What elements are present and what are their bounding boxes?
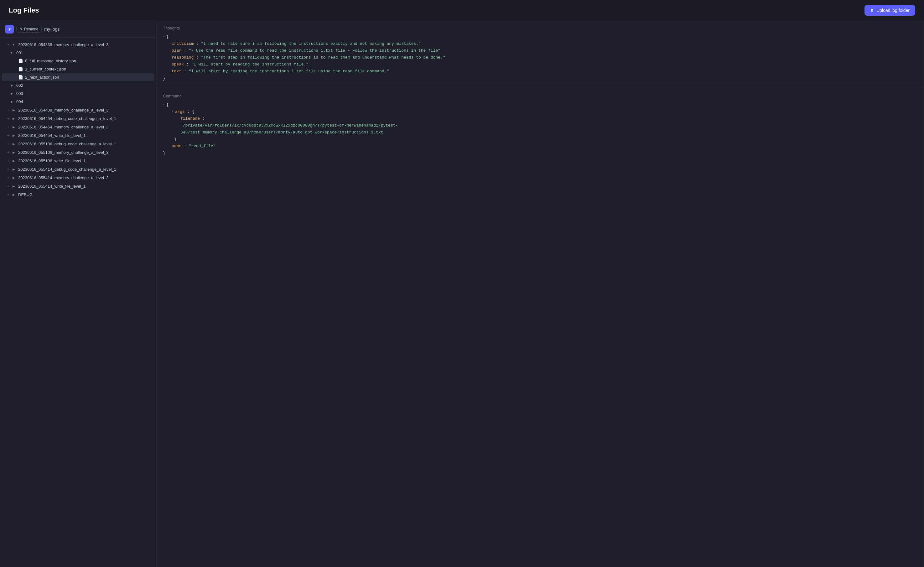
file-icon: 📄 [18, 75, 23, 80]
tree-item-debug[interactable]: + ▶ DEBUG [2, 190, 154, 199]
folder-label: 20230616_054454_debug_code_challenge_a_l… [18, 116, 152, 121]
sidebar: ▾ ✎ Rename my-logs + ▾ 20230616_054339_m… [0, 21, 157, 567]
folder-label: 20230616_055106_write_file_level_1 [18, 159, 152, 163]
key-plan: plan [172, 47, 182, 54]
tree-item-file-1[interactable]: 📄 1_current_context.json [2, 65, 154, 73]
command-section-label: Command [157, 89, 924, 100]
add-icon: + [6, 42, 10, 47]
val-plan: "- Use the read_file command to read the… [189, 47, 441, 54]
tree-item-055414-memory[interactable]: + ▶ 20230616_055414_memory_challenge_a_l… [2, 174, 154, 182]
folder-label: 20230616_055106_debug_code_challenge_a_l… [18, 142, 152, 146]
collapse-arrow-args[interactable]: ▾ [172, 108, 174, 114]
chevron-down-icon: ▾ [9, 27, 10, 32]
tree-item-003[interactable]: ▶ 003 [2, 90, 154, 98]
add-icon: + [6, 116, 10, 121]
chevron-right-icon: ▶ [10, 92, 14, 95]
thoughts-section-label: Thoughts [157, 21, 924, 32]
folder-label: 002 [16, 83, 152, 88]
add-icon: + [6, 150, 10, 155]
add-icon: + [6, 184, 10, 189]
tree-item-055106-debug[interactable]: + ▶ 20230616_055106_debug_code_challenge… [2, 140, 154, 148]
tree-item-001[interactable]: ▾ 001 [2, 49, 154, 57]
folder-label: 20230616_055414_write_file_level_1 [18, 184, 152, 189]
tree-item-055414-write[interactable]: + ▶ 20230616_055414_write_file_level_1 [2, 182, 154, 190]
folder-label: 20230616_054454_memory_challenge_a_level… [18, 124, 152, 129]
command-code-block: ▾ { ▾ args : { filename : "/private/var/… [157, 100, 924, 160]
thoughts-code-block: ▾ { criticism : "I need to make sure I a… [157, 32, 924, 85]
folder-label: 20230616_055414_memory_challenge_a_level… [18, 176, 152, 180]
chevron-right-icon: ▶ [12, 117, 16, 120]
val-reasoning: "The first step in following the instruc… [201, 54, 446, 61]
folder-label: 004 [16, 99, 152, 104]
tree-item-002[interactable]: ▶ 002 [2, 81, 154, 89]
tree-item-055414-debug[interactable]: + ▶ 20230616_055414_debug_code_challenge… [2, 165, 154, 173]
tree-item-004[interactable]: ▶ 004 [2, 98, 154, 106]
add-icon: + [6, 158, 10, 163]
tree-item-054454-write[interactable]: + ▶ 20230616_054454_write_file_level_1 [2, 131, 154, 140]
file-label: 2_next_action.json [25, 75, 152, 80]
folder-label: 20230616_054409_memory_challenge_a_level… [18, 108, 152, 112]
key-filename: filename [180, 115, 200, 122]
tree-item-055106-write[interactable]: + ▶ 20230616_055106_write_file_level_1 [2, 157, 154, 165]
tree-item-055106-memory[interactable]: + ▶ 20230616_055106_memory_challenge_a_l… [2, 148, 154, 156]
key-speak: speak [172, 61, 184, 68]
chevron-down-icon: ▾ [12, 43, 16, 46]
chevron-right-icon: ▶ [12, 159, 16, 163]
tree-item-054454-memory[interactable]: + ▶ 20230616_054454_memory_challenge_a_l… [2, 123, 154, 131]
chevron-right-icon: ▶ [12, 193, 16, 196]
add-icon: + [6, 124, 10, 129]
tree-item-054454-debug[interactable]: + ▶ 20230616_054454_debug_code_challenge… [2, 114, 154, 123]
chevron-right-icon: ▶ [10, 100, 14, 104]
folder-label: 001 [16, 50, 152, 55]
key-text: text [172, 68, 182, 75]
chevron-right-icon: ▶ [10, 84, 14, 87]
chevron-right-icon: ▶ [12, 134, 16, 137]
val-criticism: "I need to make sure I am following the … [201, 40, 421, 47]
file-label: 1_current_context.json [25, 67, 152, 71]
key-name: name [172, 143, 182, 150]
file-icon: 📄 [18, 58, 23, 63]
val-speak: "I will start by reading the instruction… [191, 61, 308, 68]
val-text: "I will start by reading the instruction… [189, 68, 389, 75]
main-layout: ▾ ✎ Rename my-logs + ▾ 20230616_054339_m… [0, 21, 924, 567]
folder-label: 20230616_054454_write_file_level_1 [18, 133, 152, 138]
tree-item-file-2[interactable]: 📄 2_next_action.json [2, 73, 154, 81]
folder-label: 20230616_055106_memory_challenge_a_level… [18, 150, 152, 155]
upload-log-folder-button[interactable]: ⬆ Upload log folder [864, 5, 915, 16]
key-reasoning: reasoning [172, 54, 194, 61]
add-icon: + [6, 141, 10, 146]
add-icon: + [6, 192, 10, 197]
tree-item-file-0[interactable]: 📄 0_full_message_history.json [2, 57, 154, 65]
rename-button[interactable]: ✎ Rename [16, 26, 42, 33]
sidebar-toolbar: ▾ ✎ Rename my-logs [0, 21, 156, 38]
collapse-arrow[interactable]: ▾ [163, 102, 165, 108]
folder-label: 20230616_055414_debug_code_challenge_a_l… [18, 167, 152, 172]
file-label: 0_full_message_history.json [25, 58, 152, 63]
key-criticism: criticism [172, 40, 194, 47]
val-filename-1: "/private/var/folders/lx/cvc0bpt93vx2mcw… [180, 122, 398, 129]
collapse-arrow[interactable]: ▾ [163, 33, 165, 39]
upload-icon: ⬆ [870, 8, 874, 13]
file-tree: + ▾ 20230616_054339_memory_challenge_a_l… [0, 38, 156, 201]
file-icon: 📄 [18, 67, 23, 71]
content-panel: Thoughts ▾ { criticism : "I need to make… [157, 21, 924, 567]
chevron-right-icon: ▶ [12, 168, 16, 171]
val-filename-2: 343/test_memory_challenge_a0/home/users/… [180, 129, 386, 136]
chevron-right-icon: ▶ [12, 176, 16, 180]
edit-icon: ✎ [20, 27, 23, 32]
folder-label: 003 [16, 91, 152, 96]
add-icon: + [6, 175, 10, 180]
section-divider [157, 87, 924, 87]
add-icon: + [6, 133, 10, 138]
chevron-right-icon: ▶ [12, 184, 16, 188]
add-icon: + [6, 166, 10, 172]
chevron-right-icon: ▶ [12, 142, 16, 146]
tree-item-054409[interactable]: + ▶ 20230616_054409_memory_challenge_a_l… [2, 106, 154, 114]
val-name: "read_file" [189, 143, 216, 150]
chevron-right-icon: ▶ [12, 151, 16, 154]
breadcrumb: my-logs [44, 27, 60, 32]
chevron-down-icon: ▾ [10, 51, 14, 54]
folder-collapse-button[interactable]: ▾ [5, 25, 14, 33]
tree-item-054339[interactable]: + ▾ 20230616_054339_memory_challenge_a_l… [2, 40, 154, 48]
chevron-right-icon: ▶ [12, 125, 16, 129]
